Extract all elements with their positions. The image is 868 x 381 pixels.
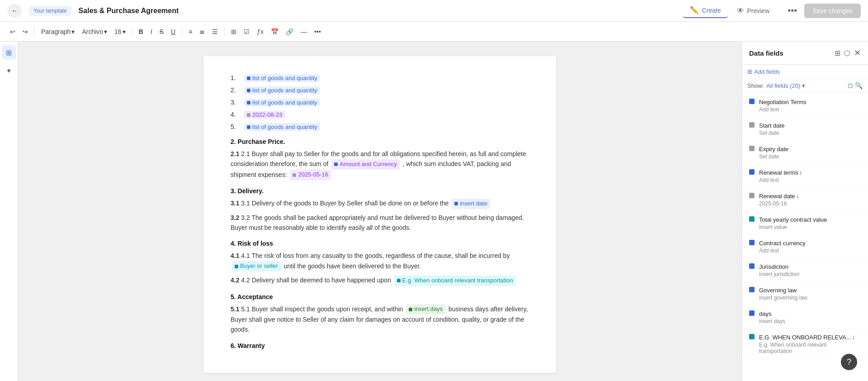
link-button[interactable]: 🔗	[283, 26, 296, 37]
filter-select[interactable]: All fields (20) ▾	[766, 82, 805, 89]
link-icon: 🔗	[286, 28, 293, 35]
chip-label: list of goods and quantity	[252, 87, 317, 94]
field-dot	[749, 240, 755, 245]
filter-icon-1[interactable]: ⊡	[848, 82, 853, 89]
bold-button[interactable]: B	[136, 26, 146, 37]
ordered-list-icon: ≣	[199, 28, 205, 35]
section-5-heading: 5. Acceptance	[231, 293, 529, 300]
panel-settings-button[interactable]: ⊞	[835, 49, 840, 57]
goods-chip-2[interactable]: list of goods and quantity	[244, 86, 320, 94]
help-button[interactable]: ?	[841, 354, 857, 370]
para-4-2: 4.2 4.2 Delivery shall be deemed to have…	[231, 275, 529, 286]
size-label: 16	[114, 28, 122, 35]
calendar-button[interactable]: 📅	[268, 26, 281, 37]
table-icon: ⊞	[231, 28, 236, 35]
font-select[interactable]: Archivo ▾	[79, 26, 110, 37]
style-icon: ✦	[6, 67, 12, 75]
bullet-list-button[interactable]: ☰	[209, 26, 221, 37]
field-item-content: E.G. WHEN ONBOARD RELEVA... ℹ E.g. When …	[759, 334, 861, 354]
panel-left-button[interactable]: ⬡	[844, 49, 850, 57]
goods-chip-3[interactable]: list of goods and quantity	[244, 99, 320, 106]
undo-button[interactable]: ↩	[7, 26, 18, 37]
para-num: 4.1	[231, 252, 241, 259]
field-item-contract-currency: Contract currency Add text	[742, 235, 868, 259]
minus-button[interactable]: —	[298, 26, 310, 37]
tab-create[interactable]: ✏️ Create	[683, 3, 728, 18]
field-value: insert governing law	[759, 295, 861, 301]
field-value: Add text	[759, 177, 861, 183]
chevron-down-icon: ▾	[104, 28, 107, 35]
filter-icons: ⊡ 🔍	[848, 82, 863, 89]
chip-label: list of goods and quantity	[252, 124, 317, 130]
divider-2	[132, 27, 132, 36]
checkbox-button[interactable]: ☑	[241, 26, 252, 37]
list-num: 1.	[231, 74, 241, 81]
back-button[interactable]: ←	[7, 4, 22, 18]
more-button[interactable]: •••	[784, 4, 801, 18]
chip-dot	[235, 265, 238, 268]
section-2-heading: 2. Purchase Price.	[231, 138, 529, 145]
strikethrough-button[interactable]: S	[157, 26, 166, 37]
italic-button[interactable]: I	[148, 26, 155, 37]
list-num: 3.	[231, 99, 241, 106]
size-select[interactable]: 16 ▾	[112, 26, 128, 37]
panel-title: Data fields	[749, 49, 783, 57]
chip-label: list of goods and quantity	[252, 99, 317, 106]
panel-icons: ⊞ ⬡ ✕	[835, 48, 861, 58]
buyer-seller-chip[interactable]: Buyer or seller	[232, 261, 281, 271]
goods-chip-1[interactable]: list of goods and quantity	[244, 74, 320, 82]
save-button[interactable]: Save changes	[804, 4, 861, 18]
font-label: Archivo	[82, 28, 103, 35]
section-3-heading: 3. Delivery.	[231, 187, 529, 195]
field-item-renewal-terms: Renewal terms ℹ Add text	[742, 165, 868, 188]
info-icon: ℹ	[853, 335, 854, 340]
more-toolbar-button[interactable]: •••	[311, 26, 324, 37]
field-item-jurisdiction: Jurisdiction insert jurisdiction	[742, 259, 868, 282]
filter-icon-2[interactable]: 🔍	[855, 82, 863, 89]
ordered-list-button[interactable]: ≣	[197, 26, 208, 37]
paragraph-select[interactable]: Paragraph ▾	[38, 26, 77, 37]
filter-show-label: Show:	[747, 82, 764, 89]
field-name: Renewal terms ℹ	[759, 169, 861, 176]
chip-dot	[454, 202, 458, 205]
date-chip-2[interactable]: 2025-05-16	[290, 170, 331, 180]
field-item-expiry-date: Expiry date Set date	[742, 141, 868, 165]
info-icon: ℹ	[800, 170, 802, 176]
info-icon: ℹ	[797, 194, 798, 199]
calendar-icon: 📅	[271, 28, 278, 35]
divider-4	[224, 27, 225, 36]
align-button[interactable]: ≡	[186, 26, 195, 37]
field-name: Governing law	[759, 287, 861, 294]
days-chip[interactable]: insert days	[406, 304, 445, 314]
amount-chip[interactable]: Amount and Currency	[331, 159, 399, 170]
goods-chip-5[interactable]: list of goods and quantity	[244, 123, 320, 131]
redo-button[interactable]: ↪	[20, 26, 31, 37]
right-panel: Data fields ⊞ ⬡ ✕ ⊞ Add fields Show: All…	[741, 42, 868, 381]
field-value: Add text	[759, 106, 861, 113]
field-dot	[749, 287, 755, 292]
panel-close-button[interactable]: ✕	[854, 48, 861, 58]
formula-button[interactable]: ƒx	[254, 26, 266, 37]
table-button[interactable]: ⊞	[228, 26, 239, 37]
para-num: 4.2	[231, 276, 241, 284]
para-3-2: 3.2 3.2 The goods shall be packed approp…	[231, 213, 529, 233]
left-panel-fields-button[interactable]: ⊞	[2, 45, 16, 60]
field-dot	[749, 334, 755, 339]
chip-dot	[334, 162, 338, 166]
list-item: 5. list of goods and quantity	[231, 123, 529, 131]
bullet-list-icon: ☰	[212, 28, 218, 35]
chip-dot	[247, 89, 250, 92]
editor-paper: 1. list of goods and quantity 2. list of…	[203, 56, 556, 373]
editor-area[interactable]: 1. list of goods and quantity 2. list of…	[18, 42, 741, 381]
left-panel-style-button[interactable]: ✦	[2, 63, 16, 78]
underline-button[interactable]: U	[168, 26, 178, 37]
field-name: E.G. WHEN ONBOARD RELEVA... ℹ	[759, 334, 861, 341]
field-dot	[749, 193, 755, 198]
chevron-down-icon: ▾	[71, 28, 75, 35]
onboard-chip[interactable]: E.g. When onboard relevant transportatio…	[394, 276, 516, 286]
add-fields-button[interactable]: ⊞ Add fields	[747, 68, 780, 75]
insert-date-chip[interactable]: insert date	[452, 199, 490, 209]
tab-preview[interactable]: 👁 Preview	[730, 4, 777, 18]
date-chip-4[interactable]: 2022-08-23	[244, 111, 285, 119]
field-value: Set date	[759, 130, 861, 136]
